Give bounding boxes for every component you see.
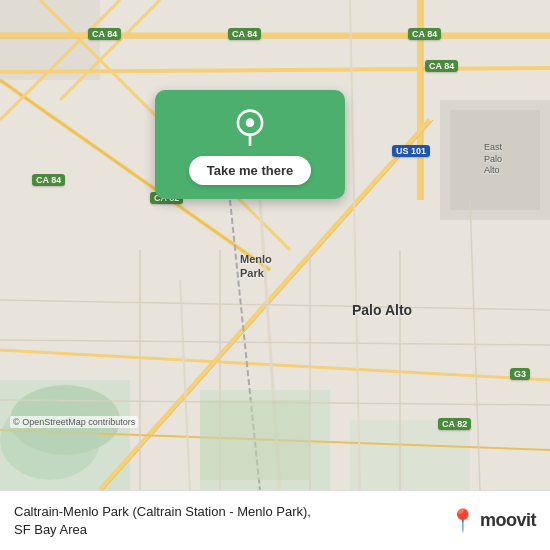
road-badge-us101: US 101 — [392, 145, 430, 157]
road-badge-ca84-4: CA 84 — [425, 60, 458, 72]
destination-title: Caltrain-Menlo Park (Caltrain Station - … — [14, 503, 449, 538]
road-badge-g3: G3 — [510, 368, 530, 380]
road-badge-ca82-2: CA 82 — [438, 418, 471, 430]
svg-point-34 — [0, 400, 100, 480]
moovit-logo-text: moovit — [480, 510, 536, 531]
popup-card: Take me there — [155, 90, 345, 199]
take-me-there-button[interactable]: Take me there — [189, 156, 311, 185]
moovit-pin-icon: 📍 — [449, 508, 476, 534]
place-label-palo-alto: Palo Alto — [352, 302, 412, 318]
svg-point-37 — [246, 118, 255, 127]
road-badge-ca84-1: CA 84 — [88, 28, 121, 40]
road-badge-ca84-5: CA 84 — [32, 174, 65, 186]
svg-rect-35 — [200, 400, 310, 480]
moovit-logo: 📍 moovit — [449, 508, 536, 534]
svg-rect-4 — [350, 420, 470, 490]
map-container: CA 84 CA 84 CA 84 CA 84 CA 84 CA 82 CA 8… — [0, 0, 550, 490]
location-pin-icon — [231, 108, 269, 146]
bottom-bar: Caltrain-Menlo Park (Caltrain Station - … — [0, 490, 550, 550]
place-label-east-palo-alto: EastPaloAlto — [484, 142, 502, 177]
copyright-text: © OpenStreetMap contributors — [10, 416, 138, 428]
road-badge-ca84-2: CA 84 — [228, 28, 261, 40]
road-badge-ca84-3: CA 84 — [408, 28, 441, 40]
place-label-menlo-park: MenloPark — [240, 252, 272, 281]
